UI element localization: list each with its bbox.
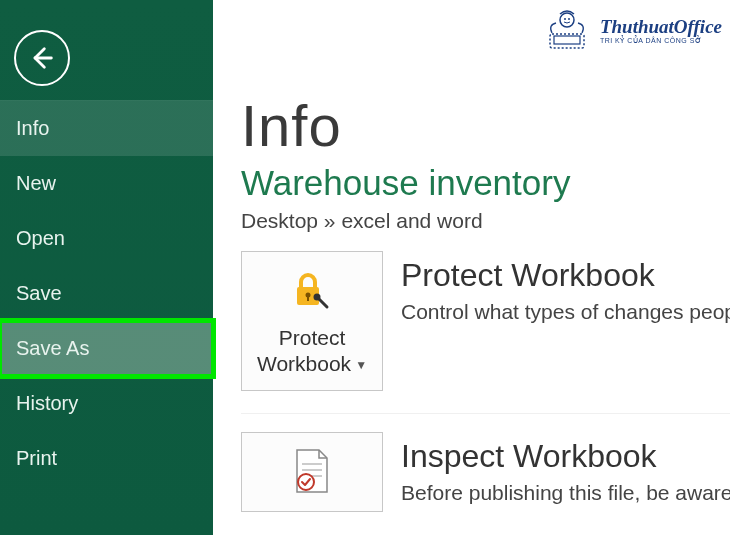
sidebar-item-save-as[interactable]: Save As xyxy=(0,321,213,376)
back-button[interactable] xyxy=(14,30,70,86)
section-desc: Before publishing this file, be aware th… xyxy=(401,481,730,505)
sidebar-item-open[interactable]: Open xyxy=(0,211,213,266)
arrow-left-icon xyxy=(28,44,56,72)
sidebar-item-label: Info xyxy=(16,117,49,139)
document-title: Warehouse inventory xyxy=(241,163,730,203)
section-title: Inspect Workbook xyxy=(401,438,730,475)
svg-point-8 xyxy=(298,474,314,490)
backstage-view: Info New Open Save Save As History Print… xyxy=(0,0,730,535)
section-title: Protect Workbook xyxy=(401,257,730,294)
svg-point-4 xyxy=(314,293,321,300)
svg-point-13 xyxy=(568,18,570,20)
breadcrumb: Desktop » excel and word xyxy=(241,209,730,233)
divider xyxy=(241,413,730,414)
section-text: Protect Workbook Control what types of c… xyxy=(401,251,730,324)
tile-label: Protect Workbook▼ xyxy=(250,325,374,378)
watermark-name: ThuthuatOffice xyxy=(600,17,722,36)
sidebar-item-label: Open xyxy=(16,227,65,249)
svg-point-12 xyxy=(564,18,566,20)
svg-rect-10 xyxy=(554,36,580,44)
sidebar-item-info[interactable]: Info xyxy=(0,101,213,156)
check-issues-tile[interactable] xyxy=(241,432,383,512)
svg-rect-3 xyxy=(307,296,309,301)
protect-workbook-section: Protect Workbook▼ Protect Workbook Contr… xyxy=(241,251,730,391)
sidebar-item-save[interactable]: Save xyxy=(0,266,213,321)
content-pane: Info Warehouse inventory Desktop » excel… xyxy=(213,0,730,535)
sidebar-item-print[interactable]: Print xyxy=(0,431,213,486)
watermark-logo-icon xyxy=(542,6,592,56)
page-title: Info xyxy=(241,92,730,159)
sidebar-item-new[interactable]: New xyxy=(0,156,213,211)
svg-point-11 xyxy=(560,13,574,27)
sidebar-item-label: New xyxy=(16,172,56,194)
section-text: Inspect Workbook Before publishing this … xyxy=(401,432,730,505)
inspect-workbook-section: Inspect Workbook Before publishing this … xyxy=(241,432,730,512)
sidebar-item-label: Print xyxy=(16,447,57,469)
sidebar: Info New Open Save Save As History Print xyxy=(0,0,213,535)
sidebar-menu: Info New Open Save Save As History Print xyxy=(0,101,213,486)
section-desc: Control what types of changes people can… xyxy=(401,300,730,324)
sidebar-item-label: History xyxy=(16,392,78,414)
sidebar-item-label: Save xyxy=(16,282,62,304)
chevron-down-icon: ▼ xyxy=(355,358,367,373)
sidebar-item-history[interactable]: History xyxy=(0,376,213,431)
protect-workbook-tile[interactable]: Protect Workbook▼ xyxy=(241,251,383,391)
watermark-tagline: TRI KỶ CỦA DÂN CÔNG SỞ xyxy=(600,37,722,45)
document-check-icon xyxy=(291,448,333,500)
watermark: ThuthuatOffice TRI KỶ CỦA DÂN CÔNG SỞ xyxy=(542,6,722,56)
lock-key-icon xyxy=(289,267,335,317)
sidebar-item-label: Save As xyxy=(16,337,89,359)
